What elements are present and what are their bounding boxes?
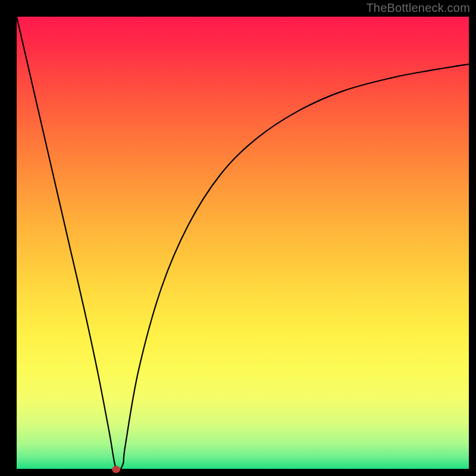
- chart-frame: TheBottleneck.com: [0, 0, 476, 476]
- watermark-text: TheBottleneck.com: [366, 1, 470, 15]
- minimum-marker-icon: [112, 466, 120, 473]
- bottleneck-chart: [0, 0, 476, 476]
- gradient-background: [17, 17, 469, 469]
